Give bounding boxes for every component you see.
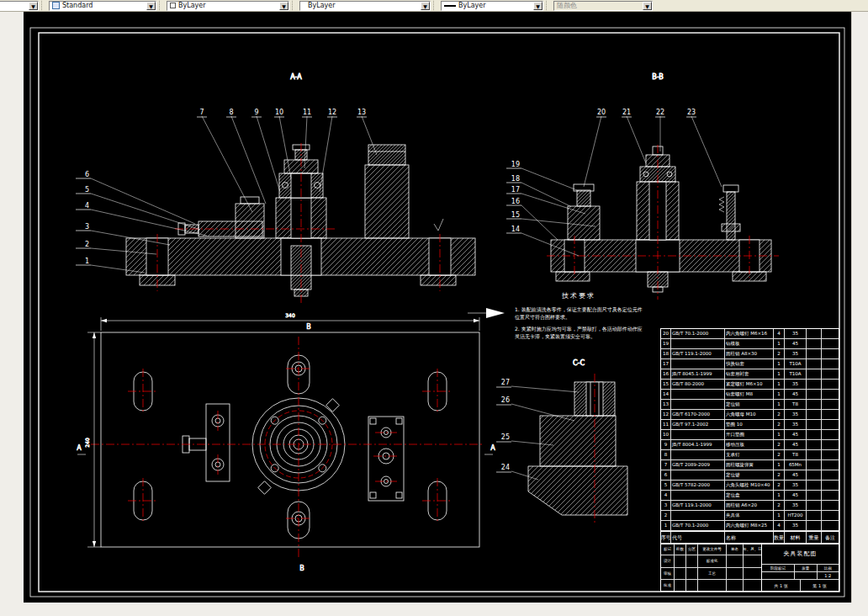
dim-height: 240 [84,438,90,448]
chevron-down-icon[interactable]: ▼ [29,2,38,10]
bom-row: 9JB/T 8004.1-1999移动压板245 [661,440,839,450]
bom-header-cell: 数量 [774,532,785,544]
chevron-down-icon: ▼ [643,2,652,10]
section-view-c-c: C-C [528,359,627,515]
view-label-b-b: B-B [652,73,664,81]
balloon-23: 23 [687,109,696,116]
bom-header: 序号代号名称数量材料重量备注 [661,531,839,544]
tech-line: 位置尺寸符合图样要求。 [515,314,570,321]
tech-line: 1. 装配前清洗各零件，保证主要配合面尺寸及各定位元件 [515,306,643,313]
balloon-7: 7 [199,109,204,116]
balloon-4: 4 [85,202,89,210]
plot-style-combo-value: 随颜色 [557,1,577,10]
balloon-16: 16 [511,198,520,205]
view-direction-arrow [486,308,505,318]
plot-style-combo: 随颜色 ▼ [553,1,653,11]
tech-line: 2. 夹紧时施力应均匀可靠，严禁敲打，各活动部件动作应 [515,326,643,332]
weight-label: 质量 [795,565,816,572]
bom-row: 6定位键245 [661,470,839,481]
bom-row: 5GB/T 5782-2000六角头螺栓 M10×40235 [661,481,839,491]
color-swatch-icon [170,3,176,8]
balloon-3: 3 [85,223,89,231]
section-mark-b-bottom: B [299,565,304,572]
surface-finish-icon [434,219,443,231]
balloon-27: 27 [501,379,510,386]
chevron-down-icon[interactable]: ▼ [279,2,288,10]
bom-row: 11GB/T 97.1-2002垫圈 10235 [661,420,839,430]
bom-row: 13定位销1T8 [661,400,839,410]
balloon-13: 13 [357,109,366,116]
lineweight-combo-value: ByLayer [458,2,486,9]
lineweight-combo[interactable]: ByLayer ▼ [441,1,543,11]
bom-row: 19钻模板145 [661,339,839,349]
titleblock-row: 标记处数分区更改文件号签名年、月、日 [661,544,761,555]
balloon-1: 1 [85,258,89,265]
balloon-21: 21 [622,109,631,116]
style-combo-value: Standard [62,2,93,9]
section-mark-b-top: B [306,323,311,331]
titleblock-row: 批准 [661,580,761,591]
section-view-b-b: B-B [551,73,771,292]
section-mark-a-left: A [77,444,82,452]
bom-header-cell: 重量 [807,532,822,544]
toolbar-grip [433,1,438,10]
application-window: ▼ Standard ▼ ByLayer ▼ ByLayer ▼ ByLayer… [0,0,868,616]
balloon-12: 12 [328,109,336,116]
bom-header-cell: 材料 [785,532,807,544]
bom-row: 10开口垫圈145 [661,430,839,440]
scale-value: 1:2 [818,572,839,579]
plan-view [101,332,479,547]
bom-row: 14钻套螺钉 M8145 [661,390,839,400]
scale-label: 比例 [818,565,839,572]
sheet-number: 第 1 张 [801,580,839,591]
drawing-canvas[interactable]: A-A [24,12,851,603]
balloon-20: 20 [597,109,606,116]
bom-header-cell: 备注 [822,532,839,544]
balloon-18: 18 [511,175,520,183]
parts-list-table: 20GB/T 70.1-2000内六角螺钉 M6×1643519钻模板14518… [660,328,839,544]
balloon-10: 10 [275,109,283,116]
dim-width: 340 [285,312,295,318]
sheet-total: 共 1 张 [762,580,801,591]
view-label-c-c: C-C [573,359,585,367]
bom-row: 7GB/T 2089-2009圆柱螺旋弹簧165Mn [661,460,839,470]
titleblock-row: 审核工艺 [661,568,761,580]
linetype-combo[interactable]: ByLayer ▼ [299,1,431,11]
chevron-down-icon[interactable]: ▼ [533,2,542,10]
bom-row: 3GB/T 119.1-2000圆柱销 A6×20235 [661,501,839,511]
titleblock-grid: 标记处数分区更改文件号签名年、月、日设计标准化审核工艺批准 [661,544,762,591]
tech-requirements-title: 技术要求 [561,292,595,300]
bom-row: 17快换钻套1T10A [661,359,839,369]
section-view-a-a: A-A [126,73,475,296]
bom-row: 2夹具体1HT200 [661,511,839,521]
style-icon [52,2,60,9]
workspace-combo[interactable]: ▼ [0,1,39,11]
spring-symbol [719,197,724,212]
balloon-19: 19 [511,161,520,168]
balloon-24: 24 [501,464,510,471]
bom-row: 4定位盘145 [661,491,839,501]
bottom-gutter [0,603,868,616]
tech-line: 灵活无卡滞，夹紧装置须安全可靠。 [515,333,595,340]
color-combo[interactable]: ByLayer ▼ [167,1,289,11]
toolbar-grip [41,1,46,10]
bom-row: 18GB/T 119.1-2000圆柱销 A8×30235 [661,349,839,359]
balloon-9: 9 [254,109,258,116]
bom-row: 1GB/T 70.1-2000内六角螺钉 M8×25435 [661,521,839,531]
chevron-down-icon[interactable]: ▼ [146,2,156,10]
bom-row: 15GB/T 80-2000紧定螺钉 M6×10135 [661,380,839,390]
balloon-26: 26 [501,396,510,404]
drawing-title: 夹具装配图 [762,544,839,565]
bom-header-cell: 名称 [725,532,774,544]
bom-row: 16JB/T 8045.1-1999钻套用衬套1T10A [661,369,839,380]
toolbar-grip [292,1,297,10]
view-label-a-a: A-A [290,73,302,81]
toolbar-grip [546,1,551,10]
chevron-down-icon[interactable]: ▼ [421,2,430,10]
bom-row: 8支承钉2T8 [661,450,839,460]
bom-header-cell: 序号 [661,532,671,544]
section-mark-a-right: A [490,444,495,452]
right-gutter [851,12,868,616]
toolbar-grip [159,1,164,10]
style-combo[interactable]: Standard ▼ [49,1,156,11]
